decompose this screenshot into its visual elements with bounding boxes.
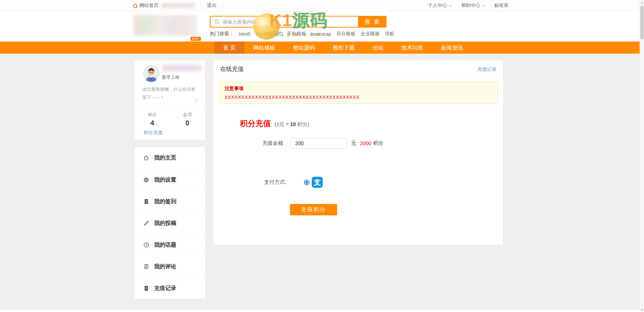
nav-item-tech-qa[interactable]: 技术问答 bbox=[392, 42, 432, 54]
divider bbox=[135, 108, 205, 109]
scroll-up-arrow[interactable]: ▲ bbox=[640, 0, 644, 5]
points-value: 2000 bbox=[360, 140, 371, 146]
hot-tag[interactable]: bootstrap bbox=[311, 31, 331, 37]
recharge-history-link[interactable]: 充值记录 bbox=[477, 66, 496, 73]
search-button[interactable]: 搜 索 bbox=[359, 16, 386, 28]
main-nav: 首 页 网站模板 整站源码 教程下载 仿站 技术问答 新闻资讯 bbox=[0, 42, 644, 54]
recharge-submit-button[interactable]: 充值积分 bbox=[290, 204, 337, 215]
points-unit: 积分 bbox=[373, 140, 383, 147]
rate-value: 10 bbox=[290, 121, 296, 127]
site-header: HOT 搜 索 热门搜索： html5 html5响应式 手机模板 bootst… bbox=[0, 11, 644, 42]
sidebar-item-my-homepage[interactable]: 我的主页 bbox=[135, 147, 205, 169]
amount-input[interactable] bbox=[290, 138, 347, 149]
page-title: 在线充值 bbox=[220, 65, 244, 73]
sidebar-item-my-comments[interactable]: 我的评论 bbox=[135, 255, 205, 277]
user-bio: 这位童鞋很懒，什么也没有留下～～！ bbox=[142, 85, 198, 101]
stats-row: 积分 4 金币 0 bbox=[135, 112, 205, 127]
pencil-icon bbox=[143, 220, 149, 226]
topbar-home-label: 网站首页 bbox=[139, 2, 159, 9]
panel-header: 在线充值 充值记录 bbox=[213, 60, 503, 79]
home-icon bbox=[132, 3, 138, 8]
site-logo-redacted[interactable] bbox=[134, 15, 197, 36]
topbar-divider: | bbox=[201, 3, 202, 8]
search-input[interactable] bbox=[223, 19, 344, 25]
sidebar-item-label: 我的签到 bbox=[154, 198, 176, 205]
redacted-username-topbar bbox=[162, 3, 195, 8]
topbar-item-label: 个人中心 bbox=[428, 2, 447, 9]
alipay-icon[interactable]: 支 bbox=[312, 177, 323, 188]
recharge-panel: 在线充值 充值记录 注意事项 XXXXXXXXXXXXXXXXXXXXXXXXX… bbox=[213, 60, 503, 245]
sidebar-item-my-settings[interactable]: 我的设置 bbox=[135, 169, 205, 190]
hot-tag[interactable]: 后台模板 bbox=[336, 31, 355, 37]
rate-hint: (1元 = 10 积分) bbox=[275, 121, 309, 128]
currency-unit: 元 bbox=[351, 140, 356, 147]
nav-item-full-site-source[interactable]: 整站源码 bbox=[284, 42, 324, 54]
scroll-down-arrow[interactable]: ▼ bbox=[640, 307, 644, 312]
notice-body: XXXXXXXXXXXXXXXXXXXXXXXXXXXXXXXXXXXXXXXX bbox=[224, 94, 492, 100]
hot-tag[interactable]: 手机模板 bbox=[287, 31, 306, 37]
sidebar-item-recharge-records[interactable]: 充值记录 bbox=[135, 277, 205, 299]
sidebar-item-label: 我的话题 bbox=[154, 241, 176, 248]
notice-title: 注意事项 bbox=[224, 85, 492, 92]
hot-badge: HOT bbox=[191, 37, 201, 41]
nav-item-site-clone[interactable]: 仿站 bbox=[364, 42, 392, 54]
hot-tag[interactable]: html5响应式 bbox=[256, 31, 282, 37]
hot-tag[interactable]: 导航 bbox=[385, 31, 394, 37]
topbar-item-personal-center[interactable]: 个人中心 bbox=[428, 2, 452, 9]
nav-items: 首 页 网站模板 整站源码 教程下载 仿站 技术问答 新闻资讯 bbox=[214, 42, 472, 54]
clipboard-icon bbox=[143, 263, 149, 270]
nav-item-website-templates[interactable]: 网站模板 bbox=[244, 42, 284, 54]
gear-icon bbox=[143, 177, 149, 183]
checkin-doc-icon bbox=[143, 198, 149, 205]
hot-tag[interactable]: html5 bbox=[239, 31, 251, 37]
payment-label: 支付方式: bbox=[264, 179, 286, 186]
section-title-row: 积分充值 (1元 = 10 积分) bbox=[240, 118, 503, 129]
rate-prefix: (1元 = bbox=[275, 121, 290, 127]
alipay-radio[interactable] bbox=[304, 180, 309, 185]
hot-tag[interactable]: 企业模板 bbox=[361, 31, 380, 37]
page: 网站首页 | 退出 | 个人中心 帮助中心 标签库 HOT bbox=[0, 0, 644, 312]
sidebar-item-my-checkin[interactable]: 我的签到 bbox=[135, 190, 205, 212]
topbar-item-label: 帮助中心 bbox=[461, 2, 480, 9]
stat-coins: 金币 0 bbox=[170, 112, 205, 127]
sidebar-item-label: 我的设置 bbox=[154, 176, 176, 183]
scrollbar-thumb[interactable] bbox=[640, 6, 644, 39]
notice-box: 注意事项 XXXXXXXXXXXXXXXXXXXXXXXXXXXXXXXXXXX… bbox=[219, 82, 498, 104]
stat-points: 积分 4 bbox=[135, 112, 170, 127]
stat-value: 4 bbox=[135, 119, 170, 127]
sidebar-item-label: 我的投稿 bbox=[154, 220, 176, 227]
record-doc-icon bbox=[143, 285, 149, 291]
svg-text:?: ? bbox=[145, 243, 148, 247]
logout-link[interactable]: 退出 bbox=[207, 2, 216, 9]
site-home-link[interactable]: 网站首页 bbox=[132, 2, 159, 9]
radio-dot bbox=[305, 181, 308, 184]
topbar-item-help-center[interactable]: 帮助中心 bbox=[461, 2, 485, 9]
topbar-item-label: 标签库 bbox=[494, 2, 509, 9]
stat-label: 金币 bbox=[170, 112, 205, 118]
sidebar-menu: 我的主页 我的设置 我的签到 我的投稿 ? 我的话题 我的评论 充值记录 bbox=[135, 147, 205, 299]
chevron-down-icon bbox=[449, 3, 452, 6]
sidebar-item-my-submissions[interactable]: 我的投稿 bbox=[135, 212, 205, 234]
sidebar-item-my-topics[interactable]: ? 我的话题 bbox=[135, 234, 205, 255]
sidebar-item-label: 充值记录 bbox=[154, 285, 176, 292]
hot-search-line: 热门搜索： html5 html5响应式 手机模板 bootstrap 后台模板… bbox=[210, 31, 394, 37]
amount-row: 充值金额 元 2000 积分 bbox=[262, 138, 503, 149]
home-icon bbox=[143, 155, 149, 161]
nav-item-home[interactable]: 首 页 bbox=[214, 42, 244, 54]
hot-search-label: 热门搜索： bbox=[210, 31, 234, 37]
points-recharge-link[interactable]: 积分充值 bbox=[144, 129, 163, 136]
chevron-down-icon bbox=[482, 3, 485, 6]
topbar: 网站首页 | 退出 | 个人中心 帮助中心 标签库 bbox=[0, 0, 644, 11]
nav-item-news[interactable]: 新闻资讯 bbox=[432, 42, 472, 54]
edit-bio-icon[interactable] bbox=[194, 98, 199, 104]
payment-row: 支付方式: 支 bbox=[264, 177, 503, 188]
sidebar-item-label: 我的评论 bbox=[154, 263, 176, 270]
bottom-strip bbox=[0, 310, 644, 312]
nav-item-tutorial-downloads[interactable]: 教程下载 bbox=[324, 42, 364, 54]
page-scrollbar[interactable]: ▲ ▼ bbox=[640, 0, 644, 312]
topbar-item-tag-library[interactable]: 标签库 bbox=[494, 2, 509, 9]
topbar-divider: | bbox=[222, 3, 223, 8]
redacted-username bbox=[162, 65, 202, 71]
sidebar-item-label: 我的主页 bbox=[154, 154, 176, 161]
topbar-right: 个人中心 帮助中心 标签库 bbox=[428, 0, 509, 11]
